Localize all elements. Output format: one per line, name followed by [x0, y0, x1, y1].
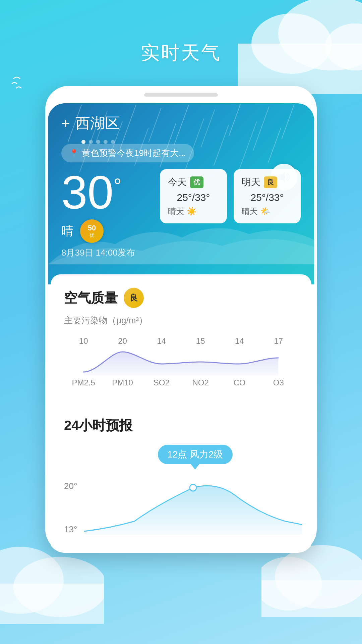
phone-notch — [144, 93, 218, 97]
temp-left: 30 ° 晴 50 优 8月39日 14:00发布 — [61, 169, 153, 259]
label-pm10: PM10 — [109, 378, 136, 387]
chart-val-no2: 15 — [187, 336, 214, 346]
chart-val-pm25: 10 — [70, 336, 97, 346]
add-location-button[interactable]: + — [61, 115, 70, 132]
air-quality-section: 空气质量 良 主要污染物（μg/m³） 10 20 14 15 14 17 — [51, 274, 311, 397]
today-forecast-card[interactable]: 今天 优 25°/33° 晴天 ☀️ — [160, 169, 227, 223]
pollutant-label: 主要污染物（μg/m³） — [64, 315, 298, 326]
chart-peak-dot — [190, 484, 196, 491]
today-temp: 25°/33° — [168, 192, 219, 203]
page-title: 实时天气 — [0, 0, 362, 86]
forecast-24h-section: 24小时预报 12点 风力2级 20° 13° — [51, 403, 311, 553]
temp-value: 30 — [61, 169, 114, 216]
tomorrow-condition: 晴天 🌤️ — [242, 206, 293, 217]
aqi-badge: 50 优 — [80, 219, 104, 243]
alert-icon: 📍 — [69, 149, 78, 158]
svg-point-4 — [0, 547, 64, 614]
alert-bar[interactable]: 📍 黄色预警今夜19时起有大... — [61, 144, 194, 162]
tomorrow-quality: 良 — [264, 176, 277, 188]
today-day-row: 今天 优 — [168, 176, 219, 189]
today-condition-icon: ☀️ — [187, 207, 197, 216]
air-quality-title-row: 空气质量 良 — [64, 288, 298, 308]
location-row: + 西湖区 — [61, 113, 301, 133]
label-no2: NO2 — [187, 378, 214, 387]
svg-point-8 — [261, 557, 322, 610]
tomorrow-condition-label: 晴天 — [242, 206, 258, 217]
weather-condition-row: 晴 50 优 — [61, 219, 153, 243]
temperature-display: 30 ° — [61, 169, 153, 216]
today-condition: 晴天 ☀️ — [168, 206, 219, 217]
phone-screen: + 西湖区 📍 黄色预警今夜19时起有大. — [48, 103, 314, 553]
forecast-cards: 今天 优 25°/33° 晴天 ☀️ 明天 良 — [160, 169, 301, 223]
temp-axis-low: 13° — [64, 524, 77, 535]
tomorrow-day-row: 明天 良 — [242, 176, 293, 189]
tomorrow-label: 明天 — [242, 176, 260, 189]
weather-top-section: + 西湖区 📍 黄色预警今夜19时起有大. — [48, 103, 314, 284]
temp-area: 30 ° 晴 50 优 8月39日 14:00发布 — [61, 169, 301, 259]
svg-point-7 — [275, 545, 362, 609]
label-co: CO — [226, 378, 253, 387]
forecast-24h-title: 24小时预报 — [64, 416, 298, 435]
today-label: 今天 — [168, 176, 187, 189]
chart-val-o3: 17 — [265, 336, 292, 346]
chart-val-co: 14 — [226, 336, 253, 346]
tomorrow-condition-icon: 🌤️ — [260, 207, 270, 216]
chart-labels-row: PM2.5 PM10 SO2 NO2 CO O3 — [64, 378, 298, 387]
tooltip-badge: 12点 风力2级 — [158, 445, 233, 464]
weather-condition: 晴 — [61, 223, 73, 239]
svg-point-5 — [13, 557, 104, 617]
label-pm25: PM2.5 — [70, 378, 97, 387]
today-quality: 优 — [190, 176, 203, 188]
tomorrow-temp: 25°/33° — [242, 192, 293, 203]
temp-axis-high: 20° — [64, 481, 77, 491]
today-condition-label: 晴天 — [168, 206, 184, 217]
location-name: 西湖区 — [75, 113, 120, 133]
tooltip-container: 12点 风力2级 — [64, 445, 298, 468]
aqi-number: 50 — [88, 224, 96, 232]
alert-text: 黄色预警今夜19时起有大... — [82, 147, 186, 159]
forecast-24h-chart-svg — [84, 478, 302, 535]
forecast-24h-chart-container: 20° 13° — [64, 478, 298, 536]
chart-values-row: 10 20 14 15 14 17 — [64, 336, 298, 346]
phone-frame: + 西湖区 📍 黄色预警今夜19时起有大. — [45, 86, 317, 553]
chart-val-so2: 14 — [148, 336, 175, 346]
air-quality-chart — [64, 348, 298, 375]
label-so2: SO2 — [148, 378, 175, 387]
chart-val-pm10: 20 — [109, 336, 136, 346]
air-quality-badge: 良 — [124, 288, 144, 308]
svg-rect-6 — [0, 584, 104, 624]
tooltip-text: 12点 风力2级 — [167, 448, 223, 461]
tomorrow-forecast-card[interactable]: 明天 良 25°/33° 晴天 🌤️ — [234, 169, 301, 223]
temp-degree-symbol: ° — [114, 176, 122, 196]
cloud-bottom-right-icon — [261, 543, 362, 617]
aqi-unit: 优 — [89, 232, 94, 238]
chart-svg — [64, 348, 298, 375]
air-quality-title: 空气质量 — [64, 289, 118, 307]
publish-time: 8月39日 14:00发布 — [61, 247, 153, 259]
svg-rect-9 — [261, 580, 362, 617]
label-o3: O3 — [265, 378, 292, 387]
